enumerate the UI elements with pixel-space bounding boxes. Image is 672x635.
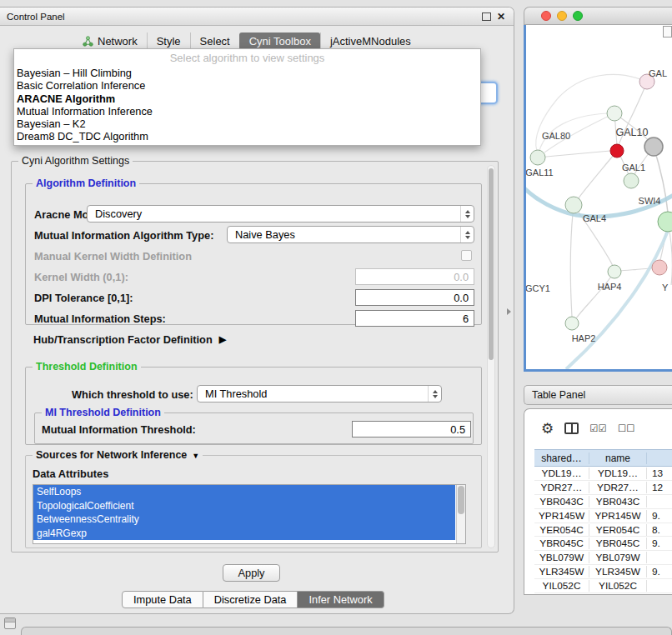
mi-type-select[interactable]: Naive Bayes bbox=[227, 226, 474, 243]
table-row[interactable]: YBR043C YBR043C bbox=[534, 495, 672, 509]
table-panel-header[interactable]: Table Panel bbox=[524, 385, 672, 405]
apply-button[interactable]: Apply bbox=[223, 564, 280, 582]
tab-network[interactable]: Network bbox=[73, 32, 147, 50]
tab-cyni-toolbox[interactable]: Cyni Toolbox bbox=[239, 32, 320, 50]
settings-scrollbar-thumb[interactable] bbox=[489, 168, 494, 360]
cell[interactable]: 9. bbox=[647, 510, 672, 522]
close-traffic-light-icon[interactable] bbox=[541, 11, 551, 21]
cell[interactable]: 13 bbox=[647, 468, 672, 479]
close-icon[interactable]: ✕ bbox=[497, 12, 505, 22]
window-controls: ✕ bbox=[482, 12, 505, 22]
kernel-width-label: Kernel Width (0,1): bbox=[34, 271, 128, 283]
gear-icon[interactable]: ⚙ bbox=[541, 420, 554, 438]
mi-steps-field[interactable]: 6 bbox=[355, 310, 474, 327]
network-node[interactable] bbox=[652, 260, 667, 275]
cell[interactable]: 9. bbox=[647, 566, 672, 578]
tab-impute-data[interactable]: Impute Data bbox=[122, 591, 203, 608]
data-attributes-list[interactable]: SelfLoops TopologicalCoefficient Between… bbox=[33, 484, 466, 544]
cell[interactable]: 12 bbox=[647, 482, 672, 493]
cell[interactable]: YDL19… bbox=[534, 468, 589, 479]
table-row[interactable]: YDL19… YDL19… 13 bbox=[534, 467, 672, 481]
cell[interactable]: YER054C bbox=[534, 524, 589, 536]
column-header[interactable]: shared… bbox=[534, 452, 589, 464]
column-header[interactable]: name bbox=[589, 452, 647, 464]
list-item-gal4rgexp[interactable]: gal4RGexp bbox=[33, 527, 455, 541]
network-node[interactable] bbox=[608, 265, 621, 278]
cell[interactable]: YBL079W bbox=[534, 552, 589, 563]
dropdown-item-basic-correlation[interactable]: Basic Correlation Inference bbox=[14, 79, 480, 92]
cell[interactable]: YLR345W bbox=[589, 566, 647, 578]
sources-toggle[interactable]: Sources for Network Inference▼ bbox=[33, 449, 203, 462]
table-row[interactable]: YBR045C YBR045C 9. bbox=[534, 537, 672, 551]
minimize-traffic-light-icon[interactable] bbox=[557, 11, 567, 21]
cell[interactable]: YIL052C bbox=[589, 580, 647, 592]
cell[interactable]: YER054C bbox=[589, 524, 647, 536]
list-item-topologicalcoefficient[interactable]: TopologicalCoefficient bbox=[33, 499, 455, 513]
table-row[interactable]: YER054C YER054C 8. bbox=[534, 523, 672, 538]
tab-infer-network[interactable]: Infer Network bbox=[298, 591, 384, 608]
panel-resize-handle[interactable] bbox=[507, 308, 511, 315]
dropdown-item-aracne[interactable]: ARACNE Algorithm bbox=[14, 92, 480, 105]
cell[interactable]: YBL079W bbox=[589, 552, 647, 563]
dropdown-item-bayesian-hill-climbing[interactable]: Bayesian – Hill Climbing bbox=[14, 67, 480, 79]
canvas-scrollbar-button[interactable] bbox=[663, 26, 672, 38]
cell[interactable]: 9. bbox=[647, 538, 672, 549]
cell[interactable]: 8. bbox=[647, 524, 672, 536]
node-label: GAL1 bbox=[622, 162, 645, 172]
float-window-icon[interactable] bbox=[482, 12, 491, 21]
dropdown-item-dream8[interactable]: Dream8 DC_TDC Algorithm bbox=[14, 130, 480, 142]
which-threshold-select[interactable]: MI Threshold bbox=[197, 385, 442, 402]
dropdown-item-bayesian-k2[interactable]: Bayesian – K2 bbox=[14, 118, 480, 130]
tab-jactivemnodules[interactable]: jActiveMNodules bbox=[320, 32, 420, 50]
network-node[interactable] bbox=[607, 106, 622, 121]
network-node[interactable] bbox=[624, 173, 639, 188]
zoom-traffic-light-icon[interactable] bbox=[573, 11, 583, 21]
table-row[interactable]: YPR145W YPR145W 9. bbox=[534, 509, 672, 523]
bottom-panel-edge bbox=[21, 627, 672, 635]
mi-threshold-field[interactable]: 0.5 bbox=[352, 421, 471, 438]
cell[interactable]: YDL19… bbox=[589, 468, 647, 479]
network-node[interactable] bbox=[565, 317, 579, 330]
control-panel-titlebar[interactable]: Control Panel ✕ bbox=[0, 8, 514, 26]
cell[interactable]: YPR145W bbox=[589, 510, 647, 522]
cell[interactable]: YBR045C bbox=[589, 538, 647, 549]
kernel-width-field[interactable]: 0.0 bbox=[355, 268, 474, 285]
cell[interactable]: YLR345W bbox=[534, 566, 589, 578]
network-node[interactable] bbox=[565, 197, 582, 213]
list-item-selfloops[interactable]: SelfLoops bbox=[33, 485, 455, 499]
chevron-down-icon: ▼ bbox=[192, 452, 199, 460]
list-scrollbar[interactable] bbox=[456, 485, 465, 543]
list-scrollbar-thumb[interactable] bbox=[458, 486, 464, 514]
select-all-checkboxes-icon[interactable]: ☑☑ bbox=[589, 422, 607, 434]
cell[interactable]: YPR145W bbox=[534, 510, 589, 522]
network-node[interactable] bbox=[530, 150, 545, 165]
aracne-mode-select[interactable]: Discovery bbox=[87, 205, 474, 222]
minimized-panel-icon[interactable] bbox=[4, 618, 16, 629]
table-row[interactable]: YLR345W YLR345W 9. bbox=[534, 565, 672, 579]
network-node[interactable] bbox=[658, 212, 672, 232]
deselect-all-checkboxes-icon[interactable]: ☐☐ bbox=[618, 422, 635, 434]
tab-style[interactable]: Style bbox=[147, 32, 190, 50]
network-canvas[interactable]: GAL80 GAL10 GAL11 GAL1 SWI4 GAL4 GCY1 HA… bbox=[524, 25, 672, 372]
cell[interactable]: YBR043C bbox=[589, 496, 647, 508]
network-window-titlebar[interactable] bbox=[524, 7, 672, 25]
table-row[interactable]: YIL052C YIL052C bbox=[534, 579, 672, 593]
dropdown-item-mutual-information[interactable]: Mutual Information Inference bbox=[14, 105, 480, 118]
dpi-tolerance-field[interactable]: 0.0 bbox=[355, 289, 474, 306]
cell[interactable]: YBR043C bbox=[534, 496, 589, 508]
table-row[interactable]: YBL079W YBL079W bbox=[534, 551, 672, 565]
network-node[interactable] bbox=[644, 138, 663, 156]
network-node-selected-red[interactable] bbox=[610, 144, 624, 158]
table-row[interactable]: YDR27… YDR27… 12 bbox=[534, 481, 672, 495]
cell[interactable]: YIL052C bbox=[534, 580, 589, 592]
cell[interactable]: YBR045C bbox=[534, 538, 589, 549]
tab-select[interactable]: Select bbox=[190, 32, 239, 50]
manual-kernel-checkbox[interactable] bbox=[461, 250, 472, 261]
list-item-betweennesscentrality[interactable]: BetweennessCentrality bbox=[33, 512, 455, 527]
cell[interactable]: YDR27… bbox=[589, 482, 647, 493]
hub-tf-definition-toggle[interactable]: Hub/Transcription Factor Definition ▶ bbox=[33, 333, 226, 346]
tab-discretize-data[interactable]: Discretize Data bbox=[203, 591, 298, 608]
columns-icon[interactable] bbox=[564, 422, 579, 434]
cell[interactable]: YDR27… bbox=[534, 482, 589, 493]
settings-scrollbar[interactable] bbox=[487, 165, 495, 548]
